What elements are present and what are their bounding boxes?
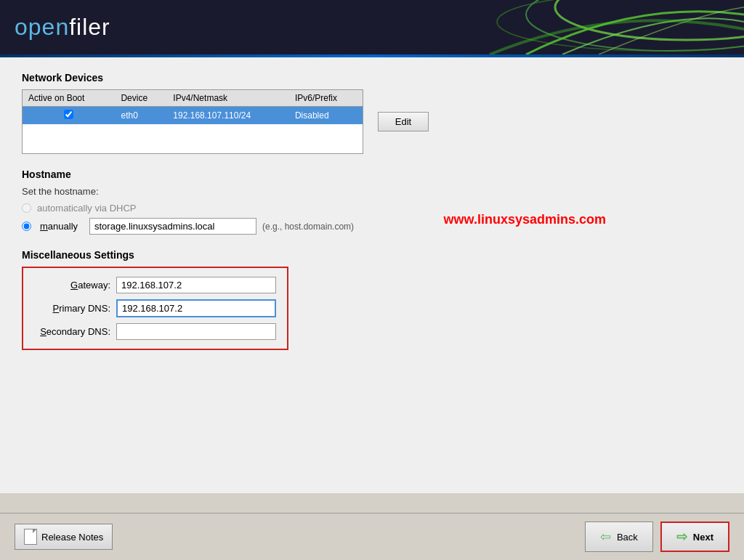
col-device: Device — [115, 90, 167, 107]
manual-label: manually — [40, 221, 84, 232]
hostname-section: Hostname Set the hostname: automatically… — [22, 169, 722, 235]
main-content: Network Devices Active on Boot Device IP… — [0, 57, 744, 493]
edit-button[interactable]: Edit — [378, 112, 429, 131]
dhcp-radio[interactable] — [22, 203, 31, 213]
secondary-dns-row: Secondary DNS: — [34, 323, 276, 340]
col-active: Active on Boot — [23, 90, 115, 107]
footer-right: ⇦ Back ⇨ Next — [585, 522, 729, 552]
hostname-title: Hostname — [22, 169, 722, 180]
release-notes-label: Release Notes — [41, 532, 103, 543]
next-arrow-icon: ⇨ — [676, 529, 687, 545]
manual-radio[interactable] — [22, 222, 31, 231]
table-row[interactable]: eth0 192.168.107.110/24 Disabled — [23, 107, 363, 125]
col-ipv4: IPv4/Netmask — [167, 90, 289, 107]
dhcp-label: automatically via DHCP — [37, 203, 137, 214]
logo: openfiler — [15, 14, 110, 41]
network-table: Active on Boot Device IPv4/Netmask IPv6/… — [23, 90, 363, 153]
back-arrow-icon: ⇦ — [600, 529, 611, 545]
manual-row: manually storage.linuxsysadmins.local (e… — [22, 218, 722, 235]
logo-open: open — [15, 14, 69, 40]
document-icon — [24, 529, 37, 545]
back-label: Back — [617, 532, 638, 543]
back-button[interactable]: ⇦ Back — [585, 522, 653, 552]
header: openfiler — [0, 0, 744, 54]
secondary-dns-label: Secondary DNS: — [34, 326, 110, 337]
network-devices-title: Network Devices — [22, 72, 722, 84]
primary-dns-row: Primary DNS: — [34, 299, 276, 317]
hostname-subtitle: Set the hostname: — [22, 186, 722, 197]
next-label: Next — [693, 532, 713, 543]
hostname-hint: (e.g., host.domain.com) — [262, 222, 354, 232]
misc-section: Miscellaneous Settings Gateway: Primary … — [22, 249, 722, 350]
active-cell — [23, 107, 115, 125]
misc-box: Gateway: Primary DNS: Secondary DNS: — [22, 267, 288, 350]
gateway-row: Gateway: — [34, 277, 276, 293]
network-devices-section: Network Devices Active on Boot Device IP… — [22, 72, 722, 154]
logo-filer: filer — [69, 14, 110, 40]
release-notes-button[interactable]: Release Notes — [15, 524, 113, 550]
device-cell: eth0 — [115, 107, 167, 125]
active-checkbox[interactable] — [64, 110, 73, 119]
watermark: www.linuxsysadmins.com — [444, 212, 606, 227]
misc-title: Miscellaneous Settings — [22, 249, 722, 261]
primary-dns-label: Primary DNS: — [34, 303, 110, 314]
network-table-wrapper: Active on Boot Device IPv4/Netmask IPv6/… — [22, 89, 363, 154]
svg-rect-0 — [381, 0, 744, 54]
gateway-input[interactable] — [116, 277, 276, 293]
col-ipv6: IPv6/Prefix — [289, 90, 363, 107]
dhcp-row: automatically via DHCP — [22, 203, 722, 214]
primary-dns-input[interactable] — [116, 299, 276, 317]
next-button[interactable]: ⇨ Next — [660, 522, 729, 552]
hostname-input[interactable]: storage.linuxsysadmins.local — [89, 218, 256, 235]
gateway-label: Gateway: — [34, 280, 110, 291]
ipv6-cell: Disabled — [289, 107, 363, 125]
footer: Release Notes ⇦ Back ⇨ Next — [0, 513, 744, 560]
empty-row — [23, 124, 363, 153]
network-table-row: Active on Boot Device IPv4/Netmask IPv6/… — [22, 89, 722, 154]
ipv4-cell: 192.168.107.110/24 — [167, 107, 289, 125]
table-header-row: Active on Boot Device IPv4/Netmask IPv6/… — [23, 90, 363, 107]
secondary-dns-input[interactable] — [116, 323, 276, 340]
